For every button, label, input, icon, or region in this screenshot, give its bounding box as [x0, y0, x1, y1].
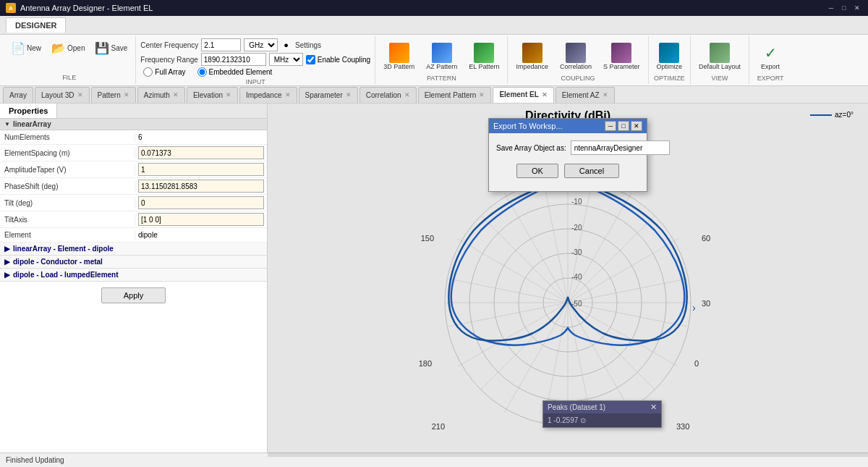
tab-sparameter-close[interactable]: ✕	[346, 91, 352, 98]
dialog-close-button[interactable]: ✕	[631, 121, 642, 131]
optimize-button[interactable]: Optimize	[652, 40, 688, 73]
save-button[interactable]: 💾 Save	[91, 39, 131, 57]
new-button[interactable]: 📄 New	[7, 39, 45, 57]
enable-coupling-checkbox-label[interactable]: Enable Coupling	[306, 55, 370, 64]
export-dialog: Export To Worksp... ─ □ ✕ Save Array Obj…	[488, 118, 647, 192]
left-panel: Properties ▼ linearArray NumElements 6 E…	[0, 104, 268, 457]
open-button[interactable]: 📂 Open	[48, 39, 88, 57]
tab-element-el[interactable]: Element EL ✕	[493, 87, 553, 103]
optimize-icon	[659, 43, 679, 63]
tab-element-el-close[interactable]: ✕	[542, 91, 548, 98]
enable-coupling-checkbox[interactable]	[306, 55, 315, 64]
impedance-button[interactable]: Impedance	[511, 40, 553, 73]
center-freq-unit-select[interactable]: GHzMHz	[244, 38, 278, 51]
ribbon-tab-row: DESIGNER	[0, 16, 868, 35]
settings-button[interactable]: Settings	[292, 39, 325, 51]
cancel-button[interactable]: Cancel	[564, 164, 619, 178]
full-array-radio-label[interactable]: Full Array	[143, 67, 185, 77]
linear-array-header[interactable]: ▼ linearArray	[0, 119, 267, 130]
minimize-button[interactable]: ─	[826, 3, 836, 13]
ribbon: DESIGNER 📄 New 📂 Open 💾 Save FILE	[0, 16, 868, 86]
amplitude-taper-input[interactable]	[138, 163, 264, 176]
full-array-radio[interactable]	[143, 67, 153, 77]
dipole-conductor-header[interactable]: ▶ dipole - Conductor - metal	[0, 256, 267, 269]
default-layout-icon	[710, 43, 730, 63]
dialog-title: Export To Worksp...	[493, 122, 563, 130]
embedded-element-radio[interactable]	[197, 67, 207, 77]
tab-array[interactable]: Array	[3, 87, 33, 103]
export-button[interactable]: ✓ Export	[755, 40, 786, 73]
save-icon: 💾	[95, 41, 109, 55]
new-icon: 📄	[11, 41, 25, 55]
element-spacing-input[interactable]	[138, 146, 264, 159]
az-pattern-icon	[432, 43, 452, 63]
prop-row-amplitudetaper: AmplitudeTaper (V)	[0, 161, 267, 178]
designer-tab[interactable]: DESIGNER	[6, 17, 66, 33]
properties-tab[interactable]: Properties	[0, 104, 57, 118]
tilt-axis-input[interactable]	[138, 213, 264, 226]
sparameter-button[interactable]: S Parameter	[598, 40, 645, 73]
dialog-titlebar: Export To Worksp... ─ □ ✕	[489, 119, 647, 133]
tab-pattern-close[interactable]: ✕	[124, 91, 129, 98]
plot-area: Directivity (dBi) Embedded Element 5 az=…	[268, 104, 868, 457]
tab-impedance[interactable]: Impedance ✕	[239, 87, 297, 103]
left-panel-tabs: Properties	[0, 104, 267, 119]
default-layout-button[interactable]: Default Layout	[694, 40, 746, 73]
tab-sparameter[interactable]: Sparameter ✕	[299, 87, 358, 103]
tilt-input[interactable]	[138, 196, 264, 209]
dipole-load-header[interactable]: ▶ dipole - Load - lumpedElement	[0, 269, 267, 282]
tab-element-pattern-close[interactable]: ✕	[479, 91, 485, 98]
chevron-right-icon: ▶	[4, 245, 10, 253]
chevron-right-icon-2: ▶	[4, 258, 10, 266]
tab-elevation-close[interactable]: ✕	[226, 91, 231, 98]
prop-row-tilt: Tilt (deg)	[0, 195, 267, 211]
freq-range-unit-select[interactable]: MHzGHz	[269, 53, 303, 66]
tab-azimuth-close[interactable]: ✕	[173, 91, 179, 98]
3d-pattern-button[interactable]: 3D Pattern	[378, 40, 420, 73]
tab-impedance-close[interactable]: ✕	[285, 91, 291, 98]
tab-element-az-close[interactable]: ✕	[603, 91, 608, 98]
export-icon: ✓	[760, 43, 780, 63]
tab-correlation-close[interactable]: ✕	[404, 91, 410, 98]
tab-correlation[interactable]: Correlation ✕	[359, 87, 417, 103]
prop-row-element: Element dipole	[0, 228, 267, 243]
tab-azimuth[interactable]: Azimuth ✕	[137, 87, 185, 103]
maximize-button[interactable]: □	[839, 3, 849, 13]
impedance-icon	[522, 43, 542, 63]
phase-shift-input[interactable]	[138, 180, 264, 193]
embedded-element-radio-label[interactable]: Embedded Element	[197, 67, 273, 77]
apply-button[interactable]: Apply	[101, 287, 166, 303]
export-group-label: EXPORT	[757, 75, 784, 82]
tab-element-az[interactable]: Element AZ ✕	[556, 87, 615, 103]
optimize-group-label: OPTIMIZE	[654, 75, 685, 82]
tab-element-pattern[interactable]: Element Pattern ✕	[418, 87, 492, 103]
tabs-bar: Array Layout 3D ✕ Pattern ✕ Azimuth ✕ El…	[0, 86, 868, 104]
center-freq-label: Center Frequency	[140, 41, 198, 49]
sparameter-icon	[611, 43, 631, 63]
app-icon: A	[6, 3, 16, 13]
close-button[interactable]: ✕	[852, 3, 862, 13]
freq-range-input[interactable]	[201, 53, 266, 66]
el-pattern-button[interactable]: EL Pattern	[464, 40, 504, 73]
el-pattern-icon	[474, 43, 494, 63]
chevron-right-icon-3: ▶	[4, 271, 10, 279]
coupling-group-label: COUPLING	[561, 75, 595, 82]
prop-row-numelements: NumElements 6	[0, 130, 267, 145]
tab-layout3d[interactable]: Layout 3D ✕	[35, 87, 90, 103]
correlation-button[interactable]: Correlation	[555, 40, 597, 73]
az-pattern-button[interactable]: AZ Pattern	[421, 40, 462, 73]
tab-pattern[interactable]: Pattern ✕	[91, 87, 136, 103]
tab-layout3d-close[interactable]: ✕	[77, 91, 83, 98]
linear-array-element-header[interactable]: ▶ linearArray - Element - dipole	[0, 243, 267, 256]
save-array-input[interactable]	[571, 140, 670, 155]
dialog-maximize-button[interactable]: □	[618, 121, 629, 131]
center-freq-input[interactable]	[201, 38, 241, 51]
prop-row-phaseshift: PhaseShift (deg)	[0, 178, 267, 195]
prop-row-elementspacing: ElementSpacing (m)	[0, 145, 267, 161]
ok-button[interactable]: OK	[516, 164, 558, 178]
tab-elevation[interactable]: Elevation ✕	[187, 87, 238, 103]
window-title: Antenna Array Designer - Element EL	[20, 4, 153, 12]
dialog-minimize-button[interactable]: ─	[605, 121, 616, 131]
title-bar: A Antenna Array Designer - Element EL ─ …	[0, 0, 868, 16]
freq-range-label: Frequency Range	[140, 56, 198, 64]
